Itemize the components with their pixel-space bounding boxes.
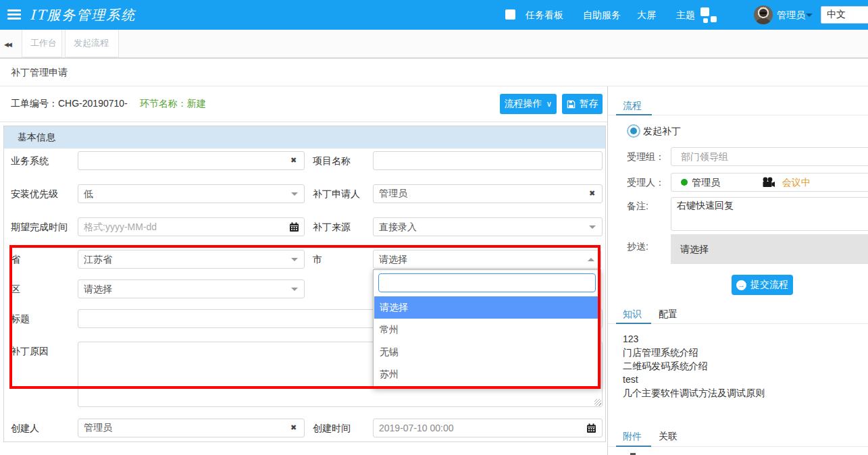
workorder-info: 工单编号：CHG-20190710-环节名称：新建: [11, 98, 206, 110]
nav-theme[interactable]: 主题: [676, 0, 695, 30]
online-status-dot: [681, 179, 688, 186]
province-value: 江苏省: [84, 254, 112, 265]
city-label: 市: [313, 250, 322, 269]
flow-step-radio[interactable]: [627, 124, 640, 138]
tab-start-process-label: 发起流程: [74, 38, 109, 48]
workorder-number-label: 工单编号：: [11, 98, 58, 109]
group-value: 部门领导组: [681, 151, 728, 162]
board-icon[interactable]: [505, 9, 515, 20]
chevron-down-icon: ∨: [546, 99, 553, 109]
textarea-resize-handle[interactable]: [594, 399, 601, 406]
meeting-status-link[interactable]: 会议中: [782, 177, 811, 188]
province-select[interactable]: 江苏省: [78, 250, 305, 269]
city-select[interactable]: 请选择: [373, 250, 601, 269]
floppy-icon: [567, 100, 576, 109]
page-title: 补丁管理申请: [11, 67, 68, 79]
cc-value: 请选择: [680, 244, 709, 255]
remark-value: 右键快速回复: [677, 200, 734, 211]
assignee-box[interactable]: 管理员 会议中: [671, 173, 868, 192]
tab-attachment-underline: [616, 446, 651, 447]
submit-flow-button[interactable]: →提交流程: [732, 275, 793, 295]
select-caret-icon: [291, 192, 298, 199]
language-select[interactable]: [821, 6, 868, 24]
collapse-tabs-icon[interactable]: ◀◀: [4, 38, 11, 51]
install-priority-select[interactable]: 低: [78, 184, 305, 203]
tab-flow-underline: [616, 114, 652, 115]
city-option[interactable]: 常州: [374, 319, 600, 341]
city-option[interactable]: 苏州: [374, 363, 600, 385]
tab-relation[interactable]: 关联: [659, 431, 678, 443]
tab-bar: [0, 30, 868, 59]
district-select[interactable]: 请选择: [78, 279, 305, 298]
save-draft-label: 暂存: [580, 98, 598, 110]
expected-time-input[interactable]: [78, 217, 305, 236]
cc-label: 抄送:: [627, 241, 648, 253]
knowledge-item[interactable]: 二维码发码系统介绍: [623, 359, 708, 373]
tab-knowledge[interactable]: 知识: [623, 309, 642, 321]
tab-workbench-label: 工作台: [30, 38, 57, 48]
submit-flow-label: 提交流程: [750, 279, 788, 291]
clear-icon[interactable]: ✖: [589, 189, 595, 198]
knowledge-item[interactable]: 门店管理系统介绍: [623, 346, 698, 359]
remark-box[interactable]: 右键快速回复: [671, 197, 868, 231]
save-draft-button[interactable]: 暂存: [562, 94, 603, 114]
clear-icon[interactable]: ✖: [290, 156, 297, 165]
calendar-icon[interactable]: [586, 423, 596, 433]
clear-icon[interactable]: ✖: [290, 423, 297, 432]
district-label: 区: [11, 279, 20, 298]
remark-label: 备注:: [627, 200, 648, 213]
creator-label: 创建人: [11, 419, 39, 437]
patch-source-select[interactable]: 直接录入: [373, 217, 603, 236]
city-dropdown-search-input[interactable]: [378, 273, 596, 292]
select-caret-icon: [589, 225, 596, 232]
business-system-label: 业务系统: [11, 151, 49, 170]
select-caret-icon: [291, 258, 298, 265]
workorder-number: CHG-20190710-: [58, 98, 128, 109]
knowledge-item[interactable]: 几个主要软件调试方法及调试原则: [623, 386, 765, 400]
knowledge-item[interactable]: test: [623, 373, 638, 386]
nav-self-service[interactable]: 自助服务: [583, 0, 621, 30]
panel-divider: [607, 86, 608, 455]
create-time-label: 创建时间: [313, 419, 351, 437]
tab-attachment[interactable]: 附件: [623, 431, 642, 443]
patch-reason-label: 补丁原因: [11, 342, 49, 360]
create-time-input[interactable]: [373, 419, 603, 437]
title-label: 标题: [11, 309, 30, 328]
user-name[interactable]: 管理员: [777, 0, 805, 30]
tab-start-process[interactable]: 发起流程✕: [65, 30, 119, 57]
group-box[interactable]: 部门领导组: [671, 147, 868, 166]
user-avatar[interactable]: [754, 5, 773, 24]
patch-source-value: 直接录入: [379, 221, 417, 232]
patch-source-label: 补丁来源: [313, 217, 351, 236]
stage-value: 新建: [187, 98, 206, 109]
nav-task-board[interactable]: 任务看板: [526, 0, 563, 30]
patch-applicant-input[interactable]: [373, 184, 603, 203]
project-name-label: 项目名称: [313, 151, 351, 170]
business-system-input[interactable]: [78, 151, 305, 170]
menu-hamburger-icon[interactable]: [7, 9, 21, 20]
district-value: 请选择: [84, 284, 112, 294]
project-name-input[interactable]: [373, 151, 603, 170]
expected-time-label: 期望完成时间: [11, 217, 68, 236]
app-header: IT服务管理系统 任务看板 自助服务 大屏 主题 管理员: [0, 0, 868, 30]
process-actions-button[interactable]: 流程操作∨: [500, 94, 557, 114]
select-caret-icon: [291, 288, 298, 294]
calendar-icon[interactable]: [289, 222, 299, 232]
nav-big-screen[interactable]: 大屏: [637, 0, 656, 30]
tab-flow[interactable]: 流程: [623, 100, 642, 112]
cc-select-box[interactable]: 请选择: [671, 234, 868, 264]
assignee-label: 受理人：: [627, 177, 665, 189]
creator-input[interactable]: [78, 419, 305, 437]
province-label: 省: [11, 250, 20, 269]
tab-config[interactable]: 配置: [659, 309, 678, 321]
page-title-bar: [0, 59, 868, 86]
submit-arrow-icon: →: [736, 280, 746, 290]
knowledge-item[interactable]: 123: [623, 332, 638, 346]
video-camera-icon: [762, 177, 775, 188]
city-option[interactable]: 无锡: [374, 341, 600, 363]
tab-knowledge-underline: [616, 323, 651, 324]
stage-label: 环节名称：: [140, 98, 187, 109]
patch-applicant-label: 补丁申请人: [313, 184, 360, 203]
tab-workbench[interactable]: 工作台✕: [22, 30, 62, 57]
city-option[interactable]: 请选择: [374, 296, 600, 319]
